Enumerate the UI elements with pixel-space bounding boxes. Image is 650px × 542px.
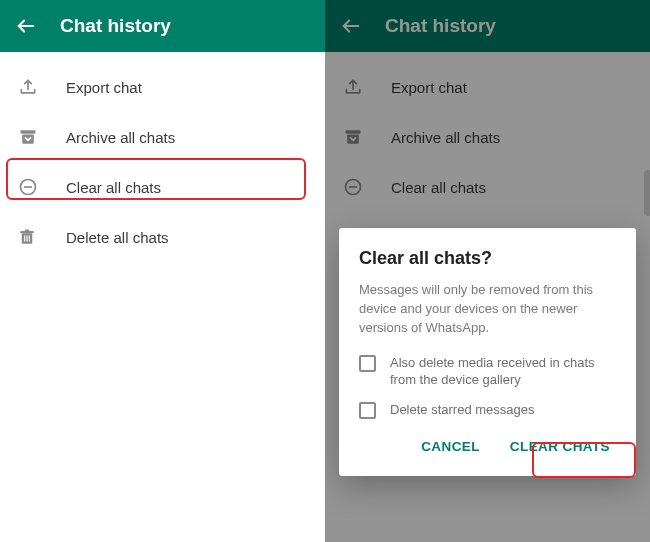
option-delete-all-chats[interactable]: Delete all chats (0, 212, 325, 262)
option-label: Archive all chats (66, 129, 175, 146)
option-label: Clear all chats (66, 179, 161, 196)
checkbox-label: Delete starred messages (390, 401, 535, 419)
clear-chats-button[interactable]: CLEAR CHATS (504, 431, 616, 462)
checkbox-icon (359, 355, 376, 372)
dialog-actions: CANCEL CLEAR CHATS (359, 431, 616, 462)
screen-chat-history-settings: Chat history Export chat Archive all cha… (0, 0, 325, 542)
dialog-body: Messages will only be removed from this … (359, 281, 616, 338)
page-title: Chat history (60, 15, 171, 37)
checkbox-label: Also delete media received in chats from… (390, 354, 616, 389)
svg-rect-8 (25, 230, 30, 232)
checkbox-delete-media[interactable]: Also delete media received in chats from… (359, 354, 616, 389)
dialog-clear-all-chats: Clear all chats? Messages will only be r… (339, 228, 636, 476)
appbar: Chat history (0, 0, 325, 52)
svg-rect-2 (21, 130, 36, 133)
dialog-title: Clear all chats? (359, 248, 616, 269)
option-archive-all-chats[interactable]: Archive all chats (0, 112, 325, 162)
svg-rect-7 (20, 231, 34, 233)
option-label: Delete all chats (66, 229, 169, 246)
back-arrow-icon[interactable] (14, 14, 38, 38)
svg-rect-3 (22, 135, 34, 144)
option-clear-all-chats[interactable]: Clear all chats (0, 162, 325, 212)
trash-icon (18, 227, 66, 247)
archive-icon (18, 127, 66, 147)
minus-circle-icon (18, 177, 66, 197)
cancel-button[interactable]: CANCEL (415, 431, 486, 462)
option-label: Export chat (66, 79, 142, 96)
option-export-chat[interactable]: Export chat (0, 62, 325, 112)
options-list: Export chat Archive all chats Clear all … (0, 52, 325, 262)
upload-icon (18, 77, 66, 97)
screen-clear-chats-dialog: Chat history Export chat Archive all cha… (325, 0, 650, 542)
checkbox-delete-starred[interactable]: Delete starred messages (359, 401, 616, 419)
checkbox-icon (359, 402, 376, 419)
